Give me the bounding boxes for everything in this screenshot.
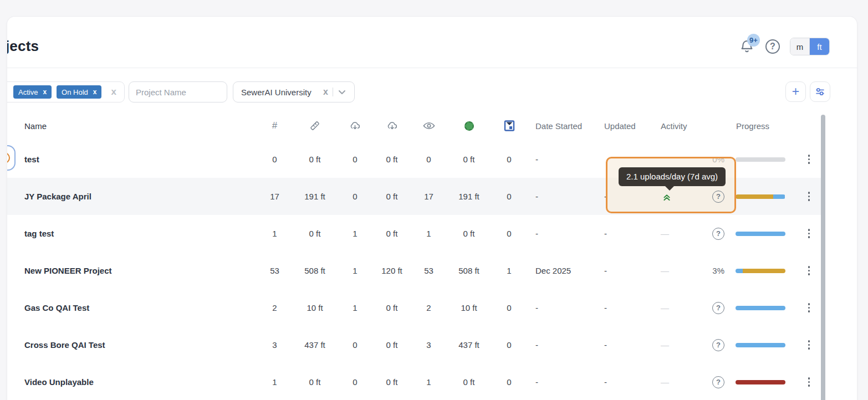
flagged-value: 0 [488,229,530,238]
reviewed-length-value: 10 ft [450,303,488,312]
add-project-button[interactable]: + [785,81,806,102]
project-name[interactable]: New PIONEER Project [7,266,254,275]
column-header-length[interactable] [295,120,334,132]
table-header-row: Name # [7,111,821,141]
column-header-uploads-count[interactable] [334,120,376,132]
flagged-value: 0 [488,155,530,164]
progress-help[interactable]: ? [702,228,731,240]
length-value: 508 ft [295,266,334,275]
unit-toggle-feet[interactable]: ft [810,38,829,55]
progress-help[interactable]: ? [702,376,731,388]
row-menu-button[interactable] [808,303,810,312]
table-row[interactable]: Cross Bore QAI Test 3 437 ft 0 0 ft 3 43… [7,326,821,363]
date-started-value: - [530,340,598,350]
progress-bar [736,269,785,273]
progress-bar [736,380,785,384]
length-value: 0 ft [295,229,334,238]
row-menu-button[interactable] [808,155,810,164]
updated-value: - [598,340,653,350]
reviewed-count-value: 2 [408,303,450,312]
sliders-icon [815,86,825,97]
column-header-uploads-length[interactable] [376,120,408,132]
row-menu-button[interactable] [808,377,810,387]
progress-bar [736,306,785,310]
activity-value: — [653,229,702,238]
flagged-value: 0 [488,303,530,312]
table-row[interactable]: tag test 1 0 ft 1 0 ft 1 0 ft 0 - - — ? [7,215,821,252]
status-filter[interactable]: Active x On Hold x x [7,81,125,102]
project-name[interactable]: JY Package April [7,192,254,201]
clear-organization-icon[interactable]: x [319,87,333,97]
length-value: 437 ft [295,340,334,350]
organization-select[interactable]: SewerAI University x [233,81,355,102]
reviewed-count-value: 53 [408,266,450,275]
clear-status-filter-icon[interactable]: x [111,86,116,98]
column-header-updated[interactable]: Updated [598,121,653,131]
progress-bar-segment [743,269,785,273]
project-name[interactable]: Gas Co QAI Test [7,303,254,312]
project-name[interactable]: Video Unplayable [7,377,254,387]
chip-remove-icon[interactable]: x [43,88,47,96]
count-value: 17 [254,192,295,201]
tooltip-caret [665,186,675,191]
vertical-scrollbar[interactable] [821,115,825,400]
column-header-date-started[interactable]: Date Started [530,121,598,131]
column-header-flagged[interactable] [488,120,530,132]
reviewed-length-value: 437 ft [450,340,488,350]
uploads-count-value: 1 [334,229,376,238]
table-row[interactable]: New PIONEER Project 53 508 ft 1 120 ft 5… [7,252,821,289]
progress-bar-segment [736,380,785,384]
status-chip-active[interactable]: Active x [13,85,52,99]
notifications-button[interactable]: 9+ [739,38,755,55]
project-name[interactable]: tag test [7,229,254,238]
help-button[interactable]: ? [765,39,780,54]
project-name-input[interactable] [129,81,227,102]
progress-bar [736,343,785,347]
row-menu-button[interactable] [808,229,810,238]
table-settings-button[interactable] [810,81,830,102]
row-menu-button[interactable] [808,192,810,201]
row-menu-button[interactable] [808,340,810,350]
date-started-value: - [530,303,598,312]
column-header-progress[interactable]: Progress [731,121,787,131]
date-started-value: - [530,155,598,164]
column-header-activity[interactable]: Activity [653,121,702,131]
reviewed-count-value: 3 [408,340,450,350]
chevron-down-icon[interactable] [336,86,348,98]
progress-help[interactable]: ? [702,302,731,314]
ruler-icon [309,120,321,132]
column-header-name[interactable]: Name [7,121,254,131]
table-row[interactable]: Gas Co QAI Test 2 10 ft 1 0 ft 2 10 ft 0… [7,289,821,326]
table-row[interactable]: Video Unplayable 1 0 ft 0 0 ft 1 0 ft 0 … [7,363,821,400]
activity-tooltip: 2.1 uploads/day (7d avg) [619,167,726,186]
row-menu-button[interactable] [808,266,810,275]
column-header-count[interactable]: # [254,120,295,131]
unit-toggle-meters[interactable]: m [790,38,810,55]
progress-help[interactable]: ? [702,339,731,351]
reviewed-count-value: 17 [408,192,450,201]
activity-value: — [653,266,702,275]
reviewed-length-value: 0 ft [450,229,488,238]
projects-panel: Projects 9+ ? m ft Active x On Hold x x [7,17,857,400]
status-chip-on-hold[interactable]: On Hold x [57,85,101,99]
column-header-reviewed-length[interactable] [450,121,488,131]
activity-trend[interactable] [653,191,702,203]
count-value: 1 [254,377,295,387]
project-name[interactable]: Cross Bore QAI Test [7,340,254,350]
uploads-count-value: 1 [334,266,376,275]
count-value: 0 [254,155,295,164]
length-value: 0 ft [295,377,334,387]
reviewed-length-value: 0 ft [450,155,488,164]
chip-remove-icon[interactable]: x [93,88,97,96]
question-icon: ? [712,191,724,203]
column-header-reviewed-count[interactable] [408,119,450,132]
progress-help[interactable]: ? [702,191,731,203]
project-name[interactable]: test [7,155,254,164]
updated-value: - [598,229,653,238]
reviewed-count-value: 1 [408,229,450,238]
eye-icon [422,119,436,132]
updated-value: - [598,377,653,387]
length-value: 10 ft [295,303,334,312]
row-status-badge-clipped[interactable] [7,145,16,171]
uploads-count-value: 0 [334,155,376,164]
